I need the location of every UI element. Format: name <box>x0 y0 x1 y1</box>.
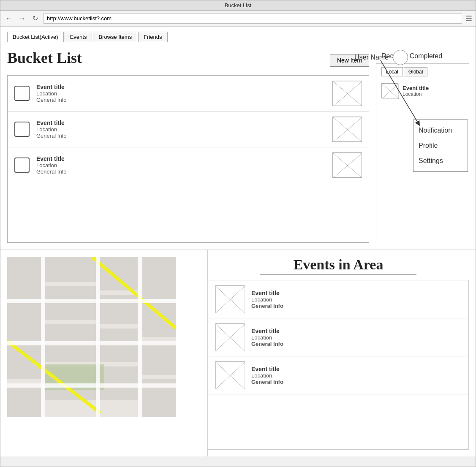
svg-rect-18 <box>7 303 41 341</box>
bucket-list-item: Event title Location General Info <box>8 147 369 183</box>
browser-title: Bucket List <box>225 2 252 8</box>
tab-friends[interactable]: Friends <box>138 32 167 42</box>
svg-rect-16 <box>100 257 138 291</box>
event-item-general-1: General Info <box>251 303 462 309</box>
bucket-list-empty-area <box>8 183 369 242</box>
tab-events[interactable]: Events <box>65 32 92 42</box>
item-general-2: General Info <box>36 133 326 139</box>
events-title: Events in Area <box>208 257 469 273</box>
item-location-1: Location <box>36 90 326 97</box>
svg-line-0 <box>381 60 419 124</box>
item-title-1: Event title <box>36 84 326 90</box>
item-location-3: Location <box>36 162 326 168</box>
svg-rect-25 <box>142 341 176 375</box>
event-item-location-1: Location <box>251 296 462 303</box>
svg-rect-15 <box>45 257 96 282</box>
item-general-3: General Info <box>36 168 326 175</box>
event-image-1 <box>215 285 245 313</box>
event-item: Event title Location General Info <box>208 356 468 394</box>
browser-content: Bucket List(Active) Events Browse Items … <box>0 27 476 456</box>
bucket-list-item: Event title Location General Info <box>8 111 369 147</box>
event-item-title-1: Event title <box>251 290 462 296</box>
item-title-2: Event title <box>36 119 326 126</box>
events-list: Event title Location General Info Event … <box>208 280 469 450</box>
item-title-3: Event title <box>36 155 326 162</box>
svg-rect-37 <box>7 341 176 345</box>
map-section <box>0 250 207 456</box>
forward-button[interactable]: → <box>17 14 27 23</box>
event-item-info-3: Event title Location General Info <box>251 366 462 385</box>
profile-item[interactable]: Profile <box>419 142 462 149</box>
svg-rect-33 <box>41 257 45 417</box>
svg-rect-35 <box>138 257 142 417</box>
event-item-info-1: Event title Location General Info <box>251 290 462 309</box>
svg-rect-36 <box>7 299 176 303</box>
bottom-section: Events in Area Event title Location Gene… <box>0 250 476 456</box>
event-item-location-3: Location <box>251 372 462 379</box>
svg-rect-21 <box>142 303 176 337</box>
item-location-2: Location <box>36 126 326 133</box>
event-item-title-2: Event title <box>251 328 462 334</box>
svg-rect-17 <box>142 257 176 299</box>
events-section: Events in Area Event title Location Gene… <box>207 250 476 456</box>
item-image-3 <box>332 152 362 178</box>
bucket-list-section: Bucket List New Item Event title Locatio… <box>7 49 376 243</box>
event-item-general-3: General Info <box>251 379 462 385</box>
browser-toolbar: ← → ↻ ☰ <box>0 11 476 27</box>
item-general-1: General Info <box>36 97 326 103</box>
settings-item[interactable]: Settings <box>419 157 462 165</box>
events-empty-area <box>208 394 468 449</box>
event-item: Event title Location General Info <box>208 280 468 318</box>
svg-rect-34 <box>96 257 100 417</box>
svg-rect-14 <box>7 257 41 299</box>
browser-titlebar: Bucket List <box>0 0 476 11</box>
svg-rect-38 <box>7 383 176 388</box>
bucket-item-info-3: Event title Location General Info <box>36 155 326 175</box>
bucket-checkbox-2[interactable] <box>14 122 30 137</box>
event-item-info-2: Event title Location General Info <box>251 328 462 347</box>
address-bar[interactable] <box>43 13 462 24</box>
event-item-general-2: General Info <box>251 341 462 347</box>
event-image-3 <box>215 361 245 389</box>
menu-button[interactable]: ☰ <box>465 14 472 23</box>
bucket-list-item: Event title Location General Info <box>8 76 369 111</box>
refresh-button[interactable]: ↻ <box>31 14 40 23</box>
nav-tabs: Bucket List(Active) Events Browse Items … <box>0 27 476 42</box>
event-image-2 <box>215 323 245 351</box>
tab-bucket-list[interactable]: Bucket List(Active) <box>7 32 64 42</box>
bucket-item-info-1: Event title Location General Info <box>36 84 326 103</box>
bucket-list-container: Event title Location General Info Event … <box>7 75 369 243</box>
event-item-title-3: Event title <box>251 366 462 372</box>
back-button[interactable]: ← <box>4 14 14 23</box>
bucket-item-info-2: Event title Location General Info <box>36 119 326 139</box>
events-divider <box>260 274 417 275</box>
browser-window: Bucket List ← → ↻ ☰ Bucket List(Active) … <box>0 0 476 467</box>
bucket-checkbox-3[interactable] <box>14 157 30 173</box>
event-item: Event title Location General Info <box>208 318 468 356</box>
event-item-location-2: Location <box>251 334 462 341</box>
tab-browse-items[interactable]: Browse Items <box>93 32 137 42</box>
map-container <box>7 257 176 417</box>
item-image-2 <box>332 117 362 142</box>
svg-rect-26 <box>7 383 41 417</box>
bucket-list-title: Bucket List <box>7 49 82 67</box>
item-image-1 <box>332 81 362 106</box>
bucket-checkbox-1[interactable] <box>14 86 30 101</box>
annotation-arrow <box>376 56 427 141</box>
